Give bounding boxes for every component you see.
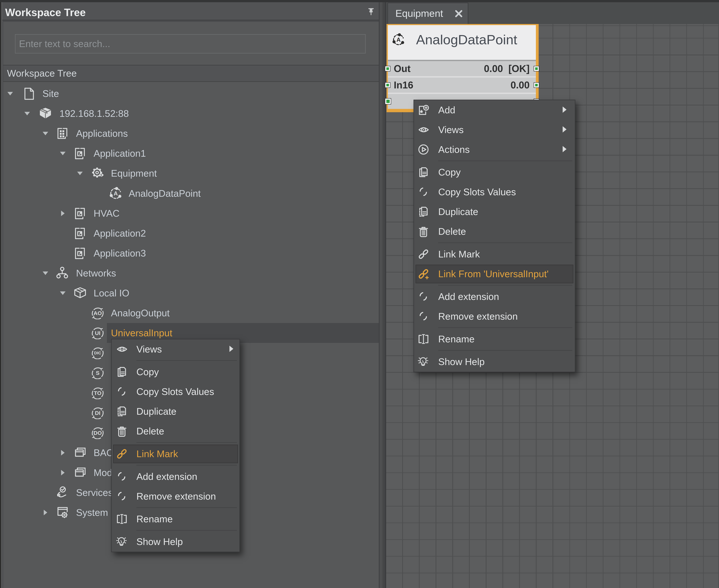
svg-text:A: A <box>114 190 118 197</box>
svg-text:DO: DO <box>94 430 102 436</box>
svg-text:A: A <box>396 37 400 43</box>
svg-text:S: S <box>96 370 100 376</box>
svg-text:DI: DI <box>95 410 100 416</box>
svg-text:TO: TO <box>94 390 101 396</box>
svg-text:UI: UI <box>95 330 100 336</box>
svg-text:AO: AO <box>94 310 102 316</box>
svg-text:DIC: DIC <box>94 351 101 355</box>
